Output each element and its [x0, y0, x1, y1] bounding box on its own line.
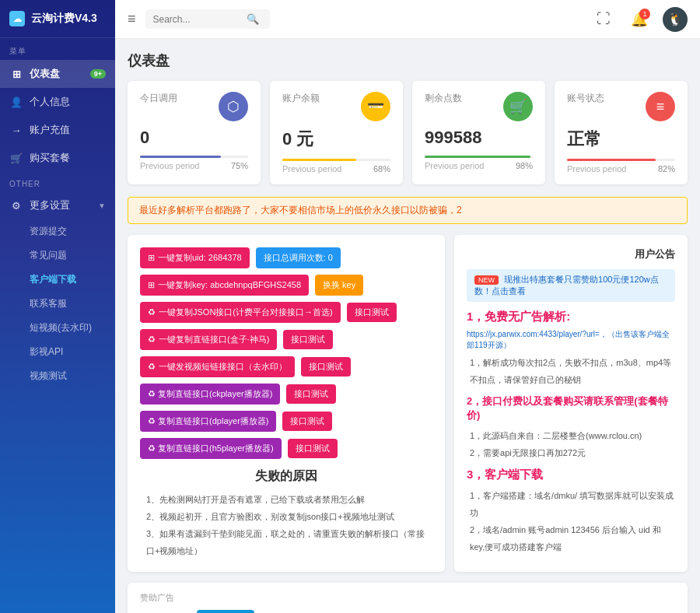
- sidebar-shortvideo-label: 短视频(去水印): [30, 321, 92, 335]
- copy-json-interface-button[interactable]: ♻ 一键复制JSON接口(计费平台对接接口→首选): [140, 302, 341, 323]
- stat-balance-footer: Previous period 68%: [282, 164, 390, 173]
- test-shortvideo-button[interactable]: 接口测试: [301, 357, 351, 377]
- total-calls-button[interactable]: 接口总调用次数: 0: [256, 247, 341, 268]
- sidebar-buy-label: 购买套餐: [30, 151, 70, 165]
- failure-item-2: 2、视频起初开，且官方验图欢，别改复制json接口+视频地址测试: [146, 508, 432, 525]
- copy-ck-button[interactable]: ♻ 复制直链接口(ckplayer播放器): [140, 384, 280, 405]
- expand-button[interactable]: ⛶: [591, 7, 616, 32]
- test-shortvideo-label: 接口测试: [309, 362, 343, 371]
- dashboard-badge: 9+: [90, 69, 106, 79]
- page-title: 仪表盘: [128, 51, 688, 70]
- stat-points-bar: [425, 156, 533, 158]
- dashboard-grid: ⊞ 一键复制uid: 2684378 接口总调用次数: 0 ⊞ 一键复制key:…: [128, 235, 688, 572]
- sidebar-item-dashboard[interactable]: ⊞ 仪表盘 9+: [0, 60, 115, 88]
- test-ck-button[interactable]: 接口测试: [286, 384, 336, 404]
- tool-row-uid: ⊞ 一键复制uid: 2684378 接口总调用次数: 0: [140, 247, 432, 268]
- stat-balance-prev: Previous period: [282, 164, 341, 173]
- copy-key-icon: ⊞: [148, 280, 155, 290]
- stat-status-value: 正常: [567, 128, 675, 151]
- avatar-icon: 🐧: [667, 12, 683, 26]
- sidebar-recharge-label: 账户充值: [30, 123, 70, 137]
- copy-json-label: 一键复制JSON接口(计费平台对接接口→首选): [159, 306, 333, 318]
- copy-h5-button[interactable]: ♻ 复制直链接口(h5player播放器): [140, 438, 282, 459]
- copy-direct1-label: 一键复制直链接口(盒子·神马): [159, 334, 269, 345]
- sidebar-item-feedback[interactable]: 常见问题: [0, 243, 115, 268]
- sidebar-item-more-settings[interactable]: ⚙ 更多设置 ▼: [0, 191, 115, 219]
- search-input[interactable]: [153, 14, 247, 25]
- notice-bar: 最近好多解析平台都跑路了，大家不要相信市场上的低价永久接口以防被骗，2: [128, 197, 688, 224]
- test-ck-label: 接口测试: [294, 389, 328, 398]
- ad-section: 赞助广告 RCLOU.CN 🐧 QQ交流 V腾讯视频VIP 🔥 这人 虎牙: [128, 583, 688, 613]
- copy-dp-icon: ♻: [148, 416, 156, 426]
- section3-notes: 1，客户端搭建：域名/dmku/ 填写数据库就可以安装成功 2，域名/admin…: [467, 487, 675, 555]
- stat-status-icon: ≡: [646, 92, 675, 121]
- copy-uid-button[interactable]: ⊞ 一键复制uid: 2684378: [140, 247, 250, 268]
- test-dp-label: 接口测试: [290, 416, 324, 426]
- stat-calls-footer: Previous period 75%: [140, 161, 248, 170]
- stat-status-prev: Previous period: [567, 164, 626, 173]
- main-area: ≡ 🔍 ⛶ 🔔 1 🐧 仪表盘 今日调用 ⬡: [115, 0, 700, 613]
- logo-icon: ☁: [9, 11, 25, 26]
- menu-section-label: 菜单: [0, 38, 115, 60]
- stat-points-icon: 🛒: [503, 92, 533, 121]
- notification-badge: 1: [639, 9, 650, 19]
- stat-status-label: 账号状态: [567, 92, 604, 105]
- search-box: 🔍: [145, 9, 270, 29]
- stat-card-calls: 今日调用 ⬡ 0 Previous period 75%: [128, 81, 261, 184]
- stat-balance-label: 账户余额: [282, 92, 320, 105]
- tool-row-key: ⊞ 一键复制key: abcdehnpqBFGHS2458 换换 key: [140, 275, 432, 296]
- sidebar-item-short-video[interactable]: 短视频(去水印): [0, 316, 115, 340]
- failure-title: 失败的原因: [140, 468, 432, 485]
- sidebar-movieapi-label: 影视API: [30, 345, 63, 359]
- notification-button[interactable]: 🔔 1: [627, 7, 652, 32]
- sidebar-item-movie-api[interactable]: 影视API: [0, 340, 115, 364]
- sidebar-item-buy-package[interactable]: 🛒 购买套餐: [0, 144, 115, 172]
- tool-row-direct1: ♻ 一键复制直链接口(盒子·神马) 接口测试: [140, 329, 432, 350]
- test-json-button[interactable]: 接口测试: [347, 303, 397, 322]
- change-key-label: 换换 key: [323, 280, 355, 289]
- menu-toggle-button[interactable]: ≡: [128, 11, 136, 27]
- tool-row-h5: ♻ 复制直链接口(h5player播放器) 接口测试: [140, 438, 432, 459]
- sidebar-contact-label: 联系客服: [30, 297, 67, 310]
- topbar-right: ⛶ 🔔 1 🐧: [591, 7, 688, 32]
- sidebar-profile-label: 个人信息: [30, 95, 70, 109]
- promo-notice: NEW 现推出特惠套餐只需赞助100元便120w点数！点击查看: [467, 269, 675, 302]
- section2-notes: 1，此源码自来自：二层楼整合(www.rclou.cn) 2，需要api无限接口…: [467, 427, 675, 461]
- stat-calls-label: 今日调用: [140, 92, 177, 105]
- tool-row-dp: ♻ 复制直链接口(dplayer播放器) 接口测试: [140, 411, 432, 432]
- sidebar-item-profile[interactable]: 👤 个人信息: [0, 88, 115, 116]
- sidebar-item-video-test[interactable]: 视频测试: [0, 364, 115, 388]
- copy-direct1-button[interactable]: ♻ 一键复制直链接口(盒子·神马): [140, 329, 277, 350]
- search-icon: 🔍: [247, 13, 259, 25]
- ad-label: 赞助广告: [140, 592, 675, 604]
- test-h5-button[interactable]: 接口测试: [288, 439, 338, 458]
- stat-calls-pct: 75%: [231, 161, 248, 170]
- profile-icon: 👤: [9, 95, 23, 109]
- stat-balance-icon: 💳: [361, 92, 390, 121]
- copy-uid-label: 一键复制uid: 2684378: [158, 252, 242, 264]
- stat-status-bar: [567, 159, 675, 161]
- user-avatar[interactable]: 🐧: [663, 7, 688, 32]
- test-direct1-button[interactable]: 接口测试: [283, 330, 333, 349]
- sidebar-item-recharge[interactable]: → 账户充值: [0, 116, 115, 144]
- copy-dp-button[interactable]: ♻ 复制直链接口(dplayer播放器): [140, 411, 276, 432]
- change-key-button[interactable]: 换换 key: [315, 275, 363, 296]
- sidebar-item-resource[interactable]: 资源提交: [0, 219, 115, 243]
- stat-points-value: 999588: [425, 128, 533, 148]
- copy-shortvideo-button[interactable]: ♻ 一键发视频短链接接口（去水印）: [140, 356, 295, 377]
- tools-panel: ⊞ 一键复制uid: 2684378 接口总调用次数: 0 ⊞ 一键复制key:…: [128, 235, 445, 572]
- qq-btn[interactable]: 🐧 QQ交流: [197, 610, 254, 613]
- sidebar-item-client-download[interactable]: 客户端下载: [0, 268, 115, 292]
- recharge-icon: →: [9, 123, 23, 137]
- app-logo: ☁ 云淘计费V4.3: [0, 0, 115, 38]
- stat-points-pct: 98%: [516, 161, 533, 170]
- sidebar: ☁ 云淘计费V4.3 菜单 ⊞ 仪表盘 9+ 👤 个人信息 → 账户充值 🛒 购…: [0, 0, 115, 613]
- stat-card-points: 剩余点数 🛒 999588 Previous period 98%: [412, 81, 545, 184]
- sidebar-item-contact[interactable]: 联系客服: [0, 292, 115, 316]
- copy-key-button[interactable]: ⊞ 一键复制key: abcdehnpqBFGHS2458: [140, 275, 309, 296]
- stat-balance-bar-fill: [282, 159, 356, 161]
- stat-calls-bar: [140, 156, 248, 158]
- notice-text: 最近好多解析平台都跑路了，大家不要相信市场上的低价永久接口以防被骗，2: [139, 205, 462, 215]
- section3-note-2: 2，域名/admin 账号admin 123456 后台输入 uid 和key,…: [470, 521, 675, 555]
- test-dp-button[interactable]: 接口测试: [282, 412, 332, 431]
